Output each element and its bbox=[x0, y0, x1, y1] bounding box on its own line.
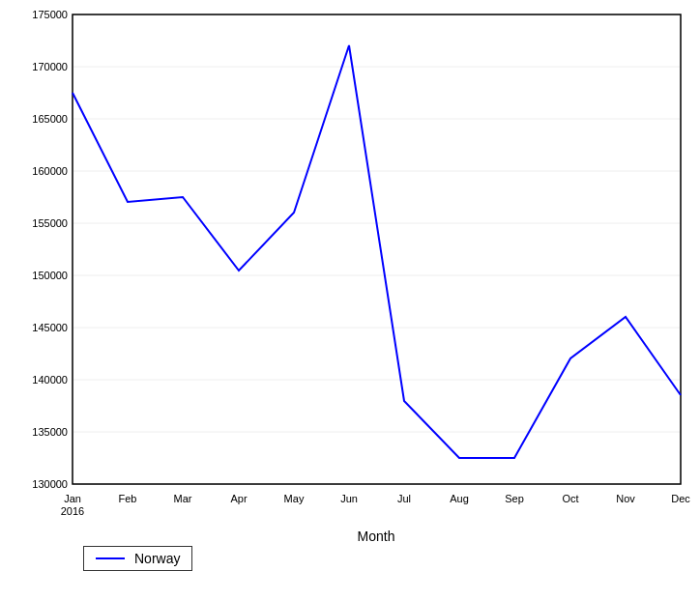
x-axis-title: Month bbox=[358, 529, 395, 544]
x-label-jan: Jan bbox=[64, 493, 81, 504]
x-label-dec: Dec bbox=[671, 493, 690, 504]
x-label-feb: Feb bbox=[119, 493, 137, 504]
y-label: 165000 bbox=[32, 113, 68, 125]
y-label: 130000 bbox=[32, 478, 68, 490]
x-label-nov: Nov bbox=[616, 493, 635, 504]
y-label: 160000 bbox=[32, 165, 68, 177]
y-label: 155000 bbox=[32, 217, 68, 229]
y-label: 175000 bbox=[32, 9, 68, 20]
x-label-aug: Aug bbox=[450, 493, 469, 504]
legend-label-norway: Norway bbox=[134, 551, 180, 566]
line-chart: 175000 170000 165000 160000 155000 15000… bbox=[0, 0, 700, 600]
chart-legend: Norway bbox=[83, 546, 192, 571]
y-label: 140000 bbox=[32, 374, 68, 386]
x-label-mar: Mar bbox=[174, 493, 192, 504]
x-label-sep: Sep bbox=[505, 493, 524, 504]
y-label: 145000 bbox=[32, 322, 68, 333]
chart-container: 175000 170000 165000 160000 155000 15000… bbox=[0, 0, 700, 600]
x-label-apr: Apr bbox=[230, 493, 247, 504]
chart-area bbox=[73, 14, 681, 484]
y-label: 150000 bbox=[32, 270, 68, 281]
y-label: 135000 bbox=[32, 426, 68, 438]
x-label-2016: 2016 bbox=[61, 505, 84, 517]
legend-line-norway bbox=[96, 557, 125, 559]
x-label-jun: Jun bbox=[340, 493, 358, 504]
x-label-oct: Oct bbox=[562, 493, 578, 504]
x-label-jul: Jul bbox=[397, 493, 411, 504]
y-label: 170000 bbox=[32, 61, 68, 72]
x-label-may: May bbox=[284, 493, 305, 504]
